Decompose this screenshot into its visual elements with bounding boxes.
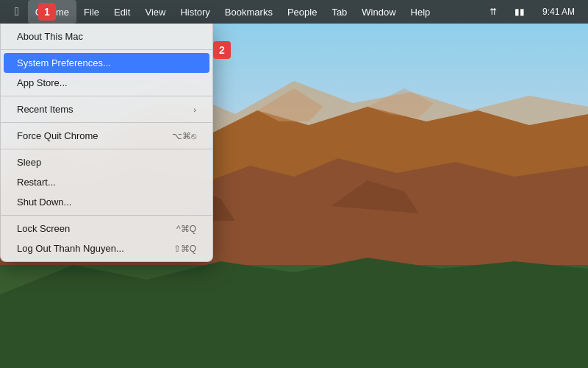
menu-separator-5 <box>1 215 212 216</box>
menu-separator-4 <box>1 149 212 149</box>
menu-separator-1 <box>1 49 212 50</box>
menubar-history[interactable]: History <box>173 0 217 24</box>
menu-about-mac[interactable]: About This Mac <box>4 26 209 46</box>
force-quit-shortcut: ⌥⌘⎋ <box>172 131 196 141</box>
menu-app-store[interactable]: App Store... <box>4 73 209 93</box>
menubar-bookmarks[interactable]: Bookmarks <box>218 0 280 24</box>
menubar-window[interactable]: Window <box>354 0 403 24</box>
menu-separator-2 <box>1 96 212 96</box>
menubar-edit[interactable]: Edit <box>107 0 137 24</box>
log-out-shortcut: ⇧⌘Q <box>173 244 196 254</box>
apple-menu-button[interactable]:  <box>6 0 28 24</box>
menu-shut-down[interactable]: Shut Down... <box>4 192 209 212</box>
menubar-people[interactable]: People <box>280 0 324 24</box>
menubar-wifi[interactable]: ⇈ <box>482 0 504 24</box>
svg-marker-5 <box>0 258 588 368</box>
menu-lock-screen[interactable]: Lock Screen ^⌘Q <box>4 219 209 238</box>
menu-system-preferences[interactable]: System Preferences... <box>4 53 209 73</box>
submenu-arrow-icon: › <box>193 105 196 114</box>
menubar:  Chrome File Edit View History Bookmark… <box>0 0 588 24</box>
menu-sleep[interactable]: Sleep <box>4 152 209 172</box>
menu-restart[interactable]: Restart... <box>4 172 209 192</box>
menubar-view[interactable]: View <box>137 0 173 24</box>
menubar-tab[interactable]: Tab <box>324 0 354 24</box>
apple-dropdown-menu: About This Mac System Preferences... App… <box>0 24 213 262</box>
menu-recent-items[interactable]: Recent Items › <box>4 99 209 119</box>
menubar-file[interactable]: File <box>76 0 107 24</box>
menubar-battery[interactable]: ▮▮ <box>507 0 532 24</box>
menubar-clock[interactable]: 9:41 AM <box>535 0 582 24</box>
menubar-help[interactable]: Help <box>404 0 438 24</box>
menu-log-out[interactable]: Log Out Thanh Nguyen... ⇧⌘Q <box>4 238 209 258</box>
menu-force-quit[interactable]: Force Quit Chrome ⌥⌘⎋ <box>4 126 209 146</box>
menubar-chrome[interactable]: Chrome <box>28 0 76 24</box>
menubar-right-items: ⇈ ▮▮ 9:41 AM <box>482 0 582 24</box>
menu-separator-3 <box>1 122 212 123</box>
lock-screen-shortcut: ^⌘Q <box>176 224 196 234</box>
